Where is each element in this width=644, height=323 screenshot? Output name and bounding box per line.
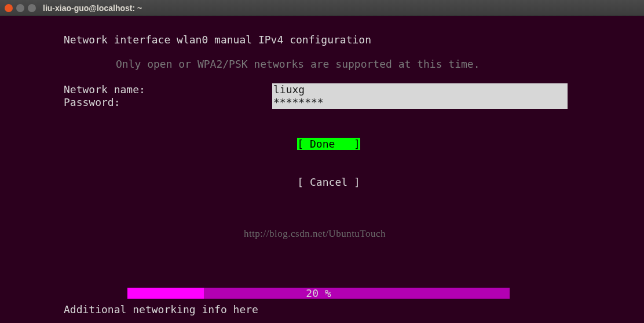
network-name-label: Network name:: [64, 83, 272, 96]
network-name-row: Network name:liuxg: [64, 83, 630, 96]
watermark-text: http://blog.csdn.net/UbuntuTouch: [0, 227, 630, 240]
progress-bar: 20 %: [127, 288, 573, 299]
minimize-icon[interactable]: [16, 4, 24, 12]
progress-area: 20 %: [64, 288, 573, 299]
window-title: liu-xiao-guo@localhost: ~: [43, 3, 142, 13]
password-input[interactable]: ********: [272, 96, 568, 109]
password-row: Password:********: [64, 96, 630, 109]
close-icon[interactable]: [5, 4, 13, 12]
page-subtitle: Only open or WPA2/PSK networks are suppo…: [116, 58, 630, 71]
button-row-2: [ Cancel ]: [272, 163, 630, 201]
footer-text: Additional networking info here: [64, 303, 258, 316]
progress-percent: 20 %: [127, 288, 510, 299]
network-name-input[interactable]: liuxg: [272, 83, 568, 96]
window-titlebar: liu-xiao-guo@localhost: ~: [0, 0, 644, 16]
cancel-button[interactable]: [ Cancel ]: [297, 176, 360, 188]
password-label: Password:: [64, 96, 272, 109]
window-controls: [5, 4, 36, 12]
done-button[interactable]: [ Done ]: [297, 138, 360, 150]
page-title: Network interface wlan0 manual IPv4 conf…: [64, 34, 630, 46]
button-row: [ Done ]: [272, 125, 630, 163]
maximize-icon[interactable]: [28, 4, 36, 12]
terminal-area: Network interface wlan0 manual IPv4 conf…: [0, 16, 644, 323]
form-area: Network name:liuxg Password:********: [64, 83, 630, 109]
